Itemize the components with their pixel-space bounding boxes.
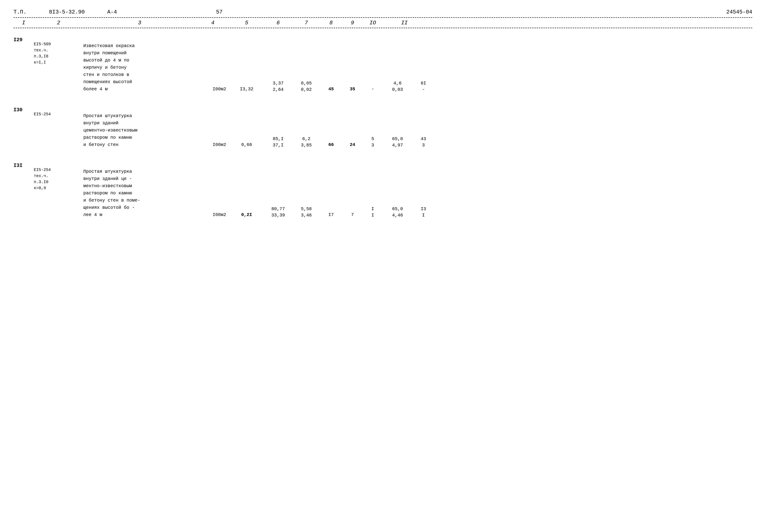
page-num: 57 — [216, 9, 223, 15]
row-129-unit: I00м2 — [196, 86, 230, 93]
row-130-col9: 5 3 — [363, 136, 383, 148]
col-header-4: 4 — [196, 20, 230, 26]
col-header-9: 9 — [342, 20, 363, 26]
col-header-2: 2 — [34, 20, 83, 26]
col-header-10: IO — [363, 20, 383, 26]
row-131-desc: Простая штукатурка внутри зданий це - ме… — [83, 161, 196, 218]
page: Т.П. 8I3-5-32.90 А-4 57 24545-04 I 2 3 4… — [14, 9, 752, 218]
row-130-code: EI5-254 — [34, 105, 83, 117]
col-header-5: 5 — [230, 20, 264, 26]
row-131-code: EI5-254 тех.ч. п.3.I0 к=0,9 — [34, 161, 83, 191]
row-130-desc: Простая штукатурка внутри зданий цементн… — [83, 105, 196, 148]
row-131-col10: 65,0 4,46 — [383, 206, 412, 218]
row-131-col9: I I — [363, 206, 383, 218]
col-header-8: 8 — [320, 20, 342, 26]
row-131-col6: 5,58 3,46 — [293, 206, 320, 218]
row-129-desc: Известковая окраска внутри помещений выс… — [83, 35, 196, 93]
row-129-col4: I3,32 — [230, 86, 264, 93]
row-130-col6: 6,2 3,85 — [293, 136, 320, 148]
row-129-num: I29 — [14, 35, 34, 44]
col-header-3: 3 — [83, 20, 196, 26]
table-row: I30 EI5-254 Простая штукатурка внутри зд… — [14, 105, 752, 148]
row-130-col4: 0,66 — [230, 141, 264, 148]
row-129-col8: 35 — [342, 86, 363, 93]
row-131-col4: 0,2I — [230, 211, 264, 218]
row-131-col11: I3 I — [412, 206, 435, 218]
header-divider — [14, 17, 752, 18]
row-131-col5: 80,77 33,39 — [264, 206, 293, 218]
col-header-6: 6 — [264, 20, 293, 26]
tp-label: Т.П. — [14, 9, 27, 15]
cols-divider — [14, 28, 752, 28]
row-130-col5: 85,I 37,I — [264, 136, 293, 148]
row-129-col5: 3,37 2,64 — [264, 80, 293, 93]
row-129-code: EI5-509 тех.ч. п.3,I8 к=I,I — [34, 35, 83, 66]
col-headers-row: I 2 3 4 5 6 7 8 9 IO II — [14, 20, 752, 26]
col-header-11: II — [383, 20, 412, 26]
row-131-col8: 7 — [342, 211, 363, 218]
row-130-col8: 24 — [342, 141, 363, 148]
row-130-col7: 66 — [320, 141, 342, 148]
row-131-num: I3I — [14, 161, 34, 170]
row-129-col9: - — [363, 86, 383, 93]
row-130-col11: 43 3 — [412, 136, 435, 148]
section: А-4 — [107, 9, 117, 15]
col-header-1: I — [14, 20, 34, 26]
code: 8I3-5-32.90 — [49, 9, 85, 15]
row-131-unit: I00м2 — [196, 211, 230, 218]
row-129-col11: 6I - — [412, 80, 435, 93]
table-row: I3I EI5-254 тех.ч. п.3.I0 к=0,9 Простая … — [14, 161, 752, 218]
doc-num: 24545-04 — [726, 9, 752, 15]
table-row: I29 EI5-509 тех.ч. п.3,I8 к=I,I Известко… — [14, 35, 752, 93]
top-header: Т.П. 8I3-5-32.90 А-4 57 24545-04 — [14, 9, 752, 15]
row-129-col6: 0,05 0,02 — [293, 80, 320, 93]
row-130-num: I30 — [14, 105, 34, 114]
row-129-col10: 4,6 0,03 — [383, 80, 412, 93]
row-131-col7: I7 — [320, 211, 342, 218]
col-header-7: 7 — [293, 20, 320, 26]
row-130-col10: 65,0 4,97 — [383, 136, 412, 148]
row-129-col7: 45 — [320, 86, 342, 93]
row-130-unit: I00м2 — [196, 141, 230, 148]
